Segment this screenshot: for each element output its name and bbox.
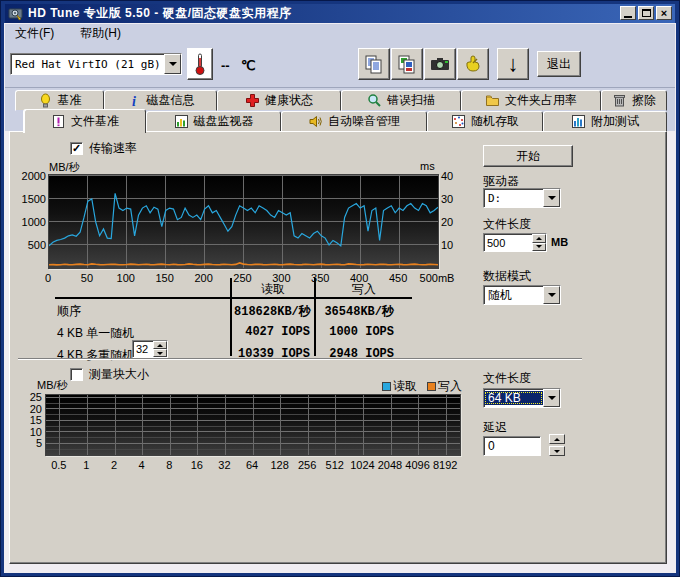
tab-aam[interactable]: 自动噪音管理 — [281, 111, 427, 132]
tab-file-benchmark[interactable]: 文件基准 — [24, 109, 146, 133]
file-length-label: 文件长度 — [483, 216, 531, 233]
copy-text-button[interactable] — [358, 48, 390, 80]
drive-select-combo[interactable]: Red Hat VirtIO (21 gB) — [10, 53, 182, 75]
close-button[interactable]: × — [656, 6, 672, 20]
tab-erase-label: 擦除 — [632, 92, 656, 109]
random-access-icon — [451, 114, 466, 129]
menu-file[interactable]: 文件(F) — [11, 24, 58, 43]
spinner-up-button[interactable] — [153, 341, 167, 349]
legend-read-swatch — [382, 382, 391, 391]
data-mode-value: 随机 — [484, 287, 543, 304]
tab-erase[interactable]: 擦除 — [601, 90, 667, 111]
table-row-label: 顺序 — [57, 303, 81, 320]
drive-combo-dropdown[interactable] — [543, 189, 560, 207]
table-write-header: 写入 — [316, 281, 412, 298]
down-arrow-icon — [554, 450, 560, 453]
delay-value: 0 — [488, 439, 495, 453]
drive-combo[interactable]: D: — [483, 188, 561, 208]
table-row-label: 4 KB 单一随机 — [57, 325, 134, 342]
minimize-button[interactable] — [620, 6, 636, 20]
settings-hand-button[interactable] — [457, 48, 489, 80]
tab-disk-monitor-label: 磁盘监视器 — [194, 113, 254, 130]
tab-benchmark-label: 基准 — [58, 92, 82, 109]
tab-error-scan[interactable]: 错误扫描 — [341, 90, 461, 111]
start-button[interactable]: 开始 — [483, 145, 573, 167]
tab-random-access-label: 随机存取 — [471, 113, 519, 130]
section-divider — [18, 358, 582, 360]
temperature-button[interactable] — [187, 48, 213, 80]
tab-folder-usage[interactable]: 文件夹占用率 — [461, 90, 601, 111]
queue-depth-value: 32 — [133, 341, 153, 357]
menu-help[interactable]: 帮助(H) — [76, 24, 125, 43]
window-title: HD Tune 专业版 5.50 - 硬盘/固态硬盘实用程序 — [28, 5, 291, 22]
spinner-down-button[interactable] — [153, 349, 167, 357]
data-mode-label: 数据模式 — [483, 268, 531, 285]
tab-disk-monitor[interactable]: 磁盘监视器 — [146, 111, 281, 132]
transfer-rate-plot — [48, 174, 439, 269]
block-size-dropdown[interactable] — [543, 389, 560, 407]
data-mode-combo[interactable]: 随机 — [483, 285, 561, 305]
delay-up-button[interactable] — [549, 434, 565, 444]
tab-file-benchmark-label: 文件基准 — [71, 113, 119, 130]
data-mode-dropdown[interactable] — [543, 286, 560, 304]
file-benchmark-icon — [51, 114, 66, 129]
table-row-label: 4 KB 多重随机 — [57, 347, 134, 364]
transfer-rate-checkbox[interactable]: ✓ 传输速率 — [70, 140, 137, 157]
block-size-combo[interactable]: 64 KB — [483, 388, 561, 408]
minimize-icon — [624, 16, 632, 18]
trash-icon — [612, 93, 627, 108]
tab-disk-info[interactable]: i 磁盘信息 — [104, 90, 217, 111]
drive-select-value: Red Hat VirtIO (21 gB) — [11, 58, 164, 71]
maximize-button[interactable] — [638, 6, 654, 20]
measure-block-checkbox[interactable]: 测量块大小 — [70, 366, 149, 383]
up-arrow-icon — [157, 344, 163, 347]
copy-image-button[interactable] — [391, 48, 423, 80]
tab-error-scan-label: 错误扫描 — [387, 92, 435, 109]
download-results-button[interactable]: ↓ — [497, 48, 529, 80]
hand-icon — [463, 54, 483, 74]
legend-read-label: 读取 — [393, 378, 417, 395]
block-chart-x-ticks: 0.512481632641282565121024204840968192 — [45, 459, 475, 473]
tab-random-access[interactable]: 随机存取 — [427, 111, 543, 132]
legend-write-label: 写入 — [438, 378, 462, 395]
tab-folder-usage-label: 文件夹占用率 — [505, 92, 577, 109]
drive-select-dropdown-button[interactable] — [164, 54, 181, 74]
spinner-up-button[interactable] — [532, 234, 546, 243]
copy-text-icon — [364, 54, 384, 74]
delay-input[interactable]: 0 — [483, 436, 541, 456]
checkbox-unchecked-icon — [70, 368, 83, 381]
spinner-down-button[interactable] — [532, 243, 546, 252]
measure-block-checkbox-label: 测量块大小 — [89, 366, 149, 383]
start-button-label: 开始 — [516, 148, 540, 165]
down-arrow-icon: ↓ — [508, 53, 519, 75]
tab-benchmark[interactable]: 基准 — [15, 90, 104, 111]
svg-text:i: i — [132, 94, 136, 108]
file-length-spinner[interactable]: 500 — [483, 233, 547, 252]
close-icon: × — [661, 8, 667, 19]
seq-write-value: 36548KB/秒 — [318, 303, 394, 320]
main-chart-left-axis-label: MB/秒 — [49, 160, 80, 175]
tab-health[interactable]: 健康状态 — [217, 90, 341, 111]
chevron-down-icon — [548, 293, 556, 297]
block-size-plot-svg — [46, 395, 460, 455]
screenshot-button[interactable] — [424, 48, 456, 80]
seq-read-value: 818628KB/秒 — [234, 303, 310, 320]
delay-label: 延迟 — [483, 419, 507, 436]
exit-button[interactable]: 退出 — [537, 51, 581, 77]
titlebar[interactable]: HD Tune 专业版 5.50 - 硬盘/固态硬盘实用程序 × — [5, 4, 675, 23]
tabstrip: 基准 i 磁盘信息 健康状态 错误扫描 文件夹占用率 擦除 文件基准 磁盘监视 — [5, 88, 675, 131]
chevron-down-icon — [548, 396, 556, 400]
drive-combo-value: D: — [484, 192, 543, 205]
up-arrow-icon — [554, 438, 560, 441]
block-size-label: 文件长度 — [483, 370, 531, 387]
queue-depth-spinner[interactable]: 32 — [132, 340, 168, 358]
delay-down-button[interactable] — [549, 446, 565, 456]
folder-icon — [485, 93, 500, 108]
file-benchmark-page: ✓ 传输速率 MB/秒 ms 200015001000500 40302010 … — [9, 131, 667, 564]
tab-extra-tests[interactable]: 附加测试 — [543, 111, 667, 132]
extra-tests-icon — [571, 114, 586, 129]
table-read-header: 读取 — [232, 281, 314, 298]
toolbar: Red Hat VirtIO (21 gB) -- ℃ ↓ 退出 — [5, 43, 675, 88]
thermometer-icon — [194, 52, 206, 76]
copy-image-icon — [397, 54, 417, 74]
